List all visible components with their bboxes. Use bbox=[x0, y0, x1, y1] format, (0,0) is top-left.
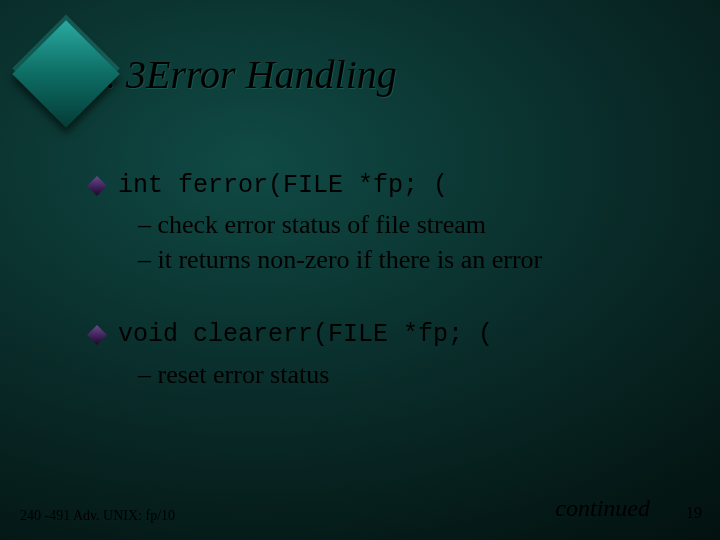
sub-item: – reset error status bbox=[138, 357, 680, 392]
bullet-item: int ferror(FILE *fp; ( – check error sta… bbox=[90, 170, 680, 277]
bullet-lead: void clearerr(FILE *fp; ( bbox=[90, 319, 680, 350]
slide: . 3Error Handling int ferror(FILE *fp; (… bbox=[0, 0, 720, 540]
sub-list: – check error status of file stream – it… bbox=[138, 207, 680, 277]
sub-item: – check error status of file stream bbox=[138, 207, 680, 242]
diamond-bullet-icon bbox=[87, 326, 107, 346]
sub-list: – reset error status bbox=[138, 357, 680, 392]
footer-left: 240 -491 Adv. UNIX: fp/10 bbox=[20, 508, 175, 524]
bullet-item: void clearerr(FILE *fp; ( – reset error … bbox=[90, 319, 680, 391]
title-decoration bbox=[12, 20, 120, 128]
slide-body: int ferror(FILE *fp; ( – check error sta… bbox=[90, 170, 680, 434]
diamond-icon bbox=[12, 20, 119, 127]
page-number: 19 bbox=[686, 504, 702, 522]
diamond-bullet-icon bbox=[87, 176, 107, 196]
sub-item: – it returns non-zero if there is an err… bbox=[138, 242, 680, 277]
code-line: void clearerr(FILE *fp; ( bbox=[118, 319, 493, 350]
bullet-lead: int ferror(FILE *fp; ( bbox=[90, 170, 680, 201]
slide-header: . 3Error Handling bbox=[12, 20, 397, 128]
continued-label: continued bbox=[555, 495, 650, 522]
code-line: int ferror(FILE *fp; ( bbox=[118, 170, 448, 201]
slide-title: . 3Error Handling bbox=[106, 51, 397, 98]
